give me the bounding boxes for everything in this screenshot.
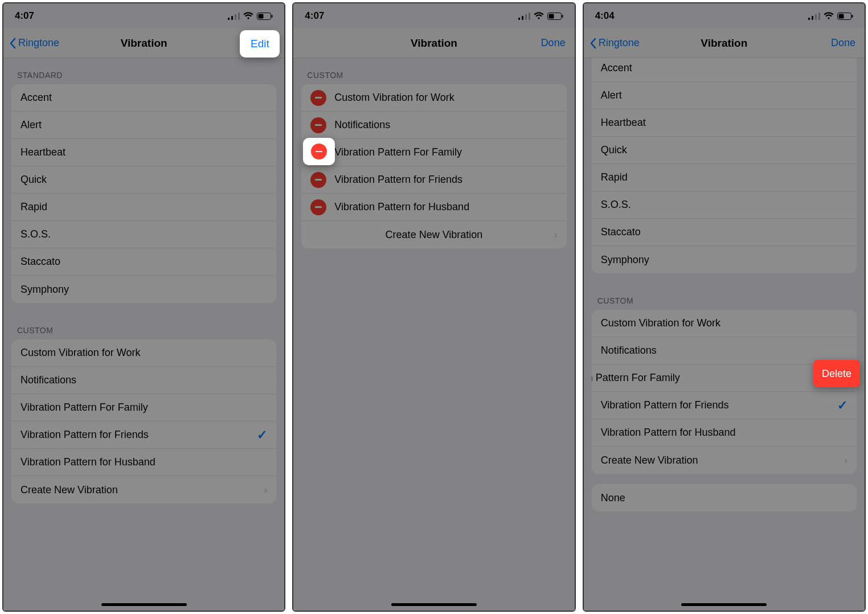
- status-bar: 4:07: [293, 3, 574, 28]
- delete-button[interactable]: Delete: [813, 360, 860, 387]
- list-item[interactable]: S.O.S.: [11, 221, 276, 248]
- status-time: 4:07: [305, 10, 324, 22]
- list-custom-edit: Custom Vibration for Work Notifications …: [301, 84, 566, 248]
- status-indicators: [808, 12, 853, 20]
- create-new-vibration[interactable]: Create New Vibration ›: [11, 476, 276, 504]
- phone-screen-3: 4:04 Ringtone Vibration Done Accent: [583, 2, 866, 612]
- list-item[interactable]: Vibration Pattern for Husband: [592, 419, 857, 447]
- svg-rect-4: [548, 14, 554, 18]
- list-item[interactable]: Notifications: [11, 367, 276, 394]
- list-item-none[interactable]: None: [592, 484, 857, 511]
- list-item-edit[interactable]: Custom Vibration for Work: [301, 84, 566, 112]
- status-indicators: [228, 12, 273, 20]
- cellular-icon: [808, 13, 820, 20]
- page-title: Vibration: [121, 37, 167, 50]
- list-item[interactable]: Staccato: [11, 248, 276, 276]
- cellular-icon: [518, 13, 530, 20]
- section-header-standard: Standard: [3, 58, 284, 84]
- status-bar: 4:04: [584, 3, 865, 28]
- content-scroll[interactable]: Accent Alert Heartbeat Quick Rapid S.O.S…: [584, 58, 865, 611]
- content-scroll[interactable]: Custom Custom Vibration for Work Notific…: [293, 58, 574, 611]
- list-item[interactable]: Vibration Pattern for Friends ✓: [11, 421, 276, 449]
- checkmark-icon: ✓: [837, 398, 847, 413]
- home-indicator[interactable]: [681, 603, 767, 606]
- list-item[interactable]: Vibration Pattern for Friends ✓: [592, 392, 857, 419]
- status-time: 4:04: [595, 10, 615, 22]
- list-item[interactable]: Alert: [592, 82, 857, 109]
- list-item[interactable]: Staccato: [592, 219, 857, 246]
- list-item[interactable]: Custom Vibration for Work: [592, 310, 857, 337]
- list-standard: Accent Alert Heartbeat Quick Rapid S.O.S…: [592, 58, 857, 273]
- list-item[interactable]: Heartbeat: [592, 109, 857, 137]
- delete-minus-icon[interactable]: [310, 172, 326, 188]
- page-title: Vibration: [701, 37, 747, 50]
- list-item[interactable]: Custom Vibration for Work: [11, 339, 276, 367]
- chevron-right-icon: ›: [554, 229, 558, 241]
- section-header-custom: Custom: [584, 284, 865, 310]
- status-time: 4:07: [15, 10, 34, 22]
- svg-rect-1: [259, 14, 264, 18]
- home-indicator[interactable]: [391, 603, 477, 606]
- back-button[interactable]: Ringtone: [589, 28, 640, 58]
- back-button[interactable]: Ringtone: [9, 28, 59, 58]
- status-indicators: [518, 12, 563, 20]
- status-bar: 4:07: [3, 3, 284, 28]
- list-item-edit[interactable]: Vibration Pattern For Family: [301, 139, 566, 166]
- checkmark-icon: ✓: [257, 428, 267, 443]
- svg-rect-8: [851, 15, 853, 18]
- wifi-icon: [534, 12, 544, 20]
- list-item[interactable]: S.O.S.: [592, 191, 857, 219]
- list-item[interactable]: Alert: [11, 112, 276, 139]
- section-header-custom: Custom: [293, 58, 574, 84]
- svg-rect-7: [838, 14, 844, 18]
- battery-icon: [257, 13, 273, 20]
- list-item-edit[interactable]: Vibration Pattern for Husband: [301, 194, 566, 221]
- wifi-icon: [824, 12, 834, 20]
- list-standard: Accent Alert Heartbeat Quick Rapid S.O.S…: [11, 84, 276, 303]
- chevron-right-icon: ›: [844, 455, 847, 466]
- list-none: None: [592, 484, 857, 511]
- back-label: Ringtone: [18, 37, 59, 49]
- list-item[interactable]: Rapid: [592, 164, 857, 191]
- list-item[interactable]: Heartbeat: [11, 139, 276, 166]
- content-scroll[interactable]: Standard Accent Alert Heartbeat Quick Ra…: [3, 58, 284, 611]
- phone-screen-1: 4:07 Ringtone Vibration Edit Standard: [2, 2, 285, 612]
- chevron-left-icon: [9, 38, 16, 49]
- battery-icon: [547, 13, 563, 20]
- delete-minus-icon[interactable]: [311, 144, 327, 159]
- delete-minus-icon[interactable]: [310, 199, 326, 215]
- list-item-edit[interactable]: Notifications: [301, 112, 566, 139]
- list-item[interactable]: Vibration Pattern For Family: [11, 394, 276, 421]
- svg-rect-5: [562, 15, 563, 18]
- delete-minus-icon[interactable]: [310, 90, 326, 106]
- done-button[interactable]: Done: [541, 28, 566, 58]
- create-new-vibration[interactable]: Create New Vibration ›: [301, 221, 566, 248]
- list-item-edit[interactable]: Vibration Pattern for Friends: [301, 166, 566, 194]
- delete-minus-icon[interactable]: [310, 117, 326, 133]
- phone-screen-2: 4:07 Vibration Done Custom Custom Vibrat…: [292, 2, 575, 612]
- svg-rect-2: [272, 15, 273, 18]
- nav-bar: Ringtone Vibration Done: [584, 28, 865, 58]
- list-item[interactable]: Quick: [592, 137, 857, 164]
- chevron-right-icon: ›: [264, 484, 267, 496]
- highlight-edit[interactable]: Edit: [240, 30, 280, 58]
- done-button[interactable]: Done: [831, 28, 855, 58]
- list-item[interactable]: Symphony: [11, 276, 276, 303]
- list-item[interactable]: Accent: [11, 84, 276, 112]
- nav-bar: Vibration Done: [293, 28, 574, 58]
- list-item[interactable]: Rapid: [11, 194, 276, 221]
- list-item[interactable]: Symphony: [592, 246, 857, 273]
- back-label: Ringtone: [599, 37, 640, 49]
- create-new-vibration[interactable]: Create New Vibration ›: [592, 447, 857, 474]
- list-item[interactable]: Vibration Pattern for Husband: [11, 449, 276, 476]
- wifi-icon: [243, 12, 253, 20]
- highlight-delete-circle[interactable]: [303, 138, 335, 165]
- list-custom: Custom Vibration for Work Notifications …: [592, 310, 857, 474]
- battery-icon: [837, 13, 853, 20]
- list-custom: Custom Vibration for Work Notifications …: [11, 339, 276, 504]
- home-indicator[interactable]: [101, 603, 187, 606]
- list-item[interactable]: Quick: [11, 166, 276, 194]
- list-item[interactable]: Accent: [592, 58, 857, 82]
- chevron-left-icon: [589, 38, 596, 49]
- page-title: Vibration: [411, 37, 457, 50]
